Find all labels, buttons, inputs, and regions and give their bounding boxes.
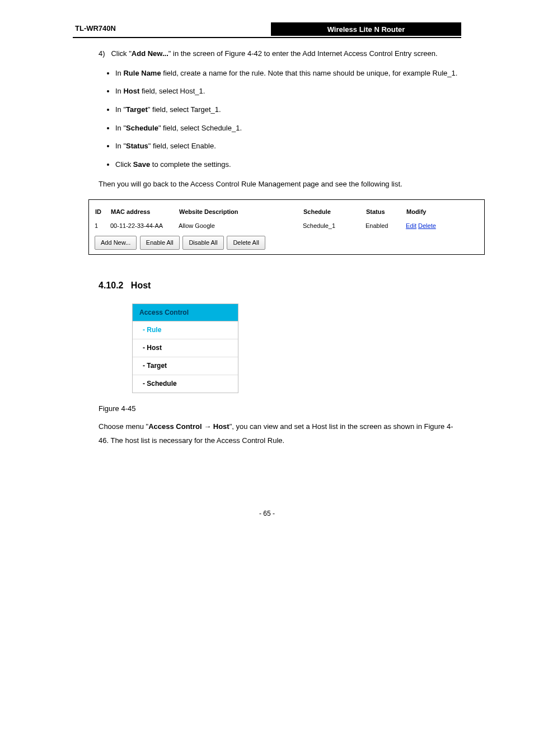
- delete-all-button[interactable]: Delete All: [227, 236, 265, 250]
- enable-all-button[interactable]: Enable All: [140, 236, 180, 250]
- section-heading: 4.10.2 Host: [99, 277, 459, 294]
- bullet-host: In Host field, select Host_1.: [115, 82, 459, 101]
- th-mod: Modify: [406, 206, 479, 220]
- section-num: 4.10.2: [99, 281, 123, 290]
- cell-mac: 00-11-22-33-44-AA: [110, 220, 179, 232]
- header-rule: [73, 37, 461, 38]
- cell-web: Allow Google: [179, 220, 303, 232]
- bullet-status: In "Status" field, select Enable.: [115, 137, 459, 156]
- bullet-save: Click Save to complete the settings.: [115, 156, 459, 174]
- bullet-target: In "Target" field, select Target_1.: [115, 101, 459, 119]
- nav-item-schedule[interactable]: - Schedule: [133, 375, 238, 393]
- arrow-icon: →: [204, 422, 211, 431]
- figure-caption: Figure 4-45: [99, 402, 459, 416]
- nav-item-host[interactable]: - Host: [133, 339, 238, 357]
- table-row: 1 00-11-22-33-44-AA Allow Google Schedul…: [95, 220, 479, 232]
- th-stat: Status: [366, 206, 406, 220]
- host-paragraph: Choose menu "Access Control → Host", you…: [99, 420, 459, 447]
- cell-id: 1: [95, 220, 110, 232]
- page-number: - 65 -: [73, 510, 461, 517]
- step4-intro: 4) Click "Add New..." in the screen of F…: [99, 47, 459, 61]
- nav-item-target[interactable]: - Target: [133, 357, 238, 375]
- rule-table: ID MAC address Website Description Sched…: [95, 206, 479, 233]
- cell-sch: Schedule_1: [303, 220, 366, 232]
- th-web: Website Description: [179, 206, 303, 220]
- step4-then: Then you will go back to the Access Cont…: [99, 178, 459, 192]
- bullet-rule-name: In Rule Name field, create a name for th…: [115, 64, 459, 83]
- th-sch: Schedule: [303, 206, 366, 220]
- add-new-button[interactable]: Add New...: [95, 236, 137, 250]
- nav-box: Access Control - Rule - Host - Target - …: [132, 304, 238, 393]
- step4-bullets: In Rule Name field, create a name for th…: [99, 64, 459, 174]
- th-id: ID: [95, 206, 110, 220]
- nav-header: Access Control: [133, 304, 238, 322]
- section-title: Host: [131, 281, 151, 290]
- disable-all-button[interactable]: Disable All: [182, 236, 223, 250]
- delete-link[interactable]: Delete: [418, 222, 436, 229]
- rule-table-box: ID MAC address Website Description Sched…: [88, 199, 485, 255]
- cell-stat: Enabled: [366, 220, 406, 232]
- th-mac: MAC address: [110, 206, 179, 220]
- edit-link[interactable]: Edit: [406, 222, 416, 229]
- doc-title-bar: Wireless Lite N Router: [271, 22, 461, 36]
- nav-item-rule[interactable]: - Rule: [133, 321, 238, 339]
- doc-label: TL-WR740N: [75, 24, 116, 32]
- bullet-schedule: In "Schedule" field, select Schedule_1.: [115, 119, 459, 138]
